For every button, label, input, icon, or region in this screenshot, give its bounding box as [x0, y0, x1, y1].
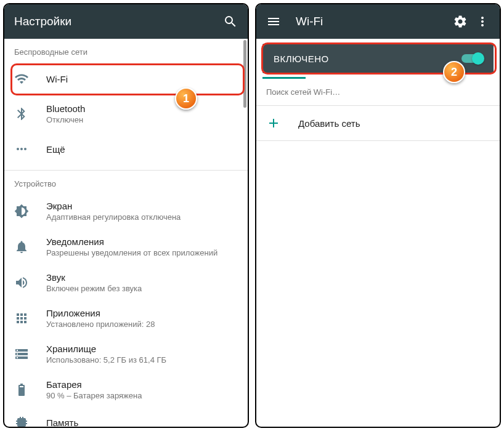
more-label: Ещё	[46, 144, 65, 155]
item-storage[interactable]: Хранилище Использовано: 5,2 ГБ из 61,4 Г…	[4, 336, 248, 372]
plus-icon	[266, 116, 281, 131]
add-network[interactable]: Добавить сеть	[256, 106, 500, 140]
search-icon[interactable]	[223, 14, 238, 29]
bluetooth-sub: Отключен	[46, 115, 85, 124]
more-vert-icon[interactable]	[475, 14, 490, 29]
display-label: Экран	[46, 201, 181, 211]
item-bluetooth[interactable]: Bluetooth Отключен	[4, 96, 248, 132]
gear-icon[interactable]	[453, 14, 468, 29]
callout-2: 2	[443, 61, 465, 83]
item-more[interactable]: Ещё	[4, 132, 248, 166]
app-bar-settings: Настройки	[4, 4, 248, 39]
apps-icon	[14, 311, 29, 326]
item-notifications[interactable]: Уведомления Разрешены уведомления от все…	[4, 229, 248, 265]
wifi-screen: Wi-Fi ВКЛЮЧЕНО Поиск сетей Wi-Fi… Добави…	[255, 3, 501, 428]
sound-sub: Включен режим без звука	[46, 284, 142, 293]
notifications-label: Уведомления	[46, 236, 217, 247]
bluetooth-label: Bluetooth	[46, 103, 85, 114]
storage-label: Хранилище	[46, 344, 166, 354]
item-wifi[interactable]: Wi-Fi	[4, 62, 248, 96]
display-sub: Адаптивная регулировка отключена	[46, 212, 181, 222]
wifi-title: Wi-Fi	[296, 15, 443, 28]
storage-sub: Использовано: 5,2 ГБ из 61,4 ГБ	[46, 355, 166, 365]
item-apps[interactable]: Приложения Установлено приложений: 28	[4, 300, 248, 336]
section-wireless: Беспроводные сети	[4, 39, 248, 62]
toggle-switch[interactable]	[461, 54, 482, 63]
wifi-toggle-label: ВКЛЮЧЕНО	[274, 54, 461, 64]
battery-sub: 90 % – Батарея заряжена	[46, 391, 142, 400]
sound-icon	[14, 275, 29, 290]
toggle-thumb	[472, 52, 484, 65]
sound-label: Звук	[46, 272, 142, 283]
callout-1: 1	[175, 87, 197, 110]
divider	[256, 140, 500, 141]
wifi-label: Wi-Fi	[46, 74, 68, 84]
item-display[interactable]: Экран Адаптивная регулировка отключена	[4, 193, 248, 229]
bluetooth-icon	[14, 107, 29, 121]
app-bar-title: Настройки	[14, 15, 213, 28]
searching-text: Поиск сетей Wi-Fi…	[256, 79, 500, 105]
wifi-icon	[14, 71, 29, 86]
settings-screen: Настройки Беспроводные сети Wi-Fi Blueto…	[3, 3, 249, 428]
notifications-sub: Разрешены уведомления от всех приложений	[46, 248, 217, 257]
menu-icon[interactable]	[266, 14, 281, 29]
section-device: Устройство	[4, 171, 248, 193]
item-sound[interactable]: Звук Включен режим без звука	[4, 265, 248, 300]
item-battery[interactable]: Батарея 90 % – Батарея заряжена	[4, 372, 248, 408]
item-memory[interactable]: Память	[4, 408, 248, 428]
storage-icon	[14, 347, 29, 361]
app-bar-wifi: Wi-Fi	[256, 4, 500, 39]
bell-icon	[14, 240, 29, 254]
memory-icon	[14, 415, 29, 428]
battery-icon	[14, 382, 29, 397]
battery-label: Батарея	[46, 379, 142, 390]
add-network-label: Добавить сеть	[298, 118, 360, 129]
apps-sub: Установлено приложений: 28	[46, 320, 155, 329]
display-icon	[14, 204, 29, 219]
apps-label: Приложения	[46, 308, 155, 318]
memory-label: Память	[46, 417, 78, 428]
more-icon	[14, 142, 29, 156]
